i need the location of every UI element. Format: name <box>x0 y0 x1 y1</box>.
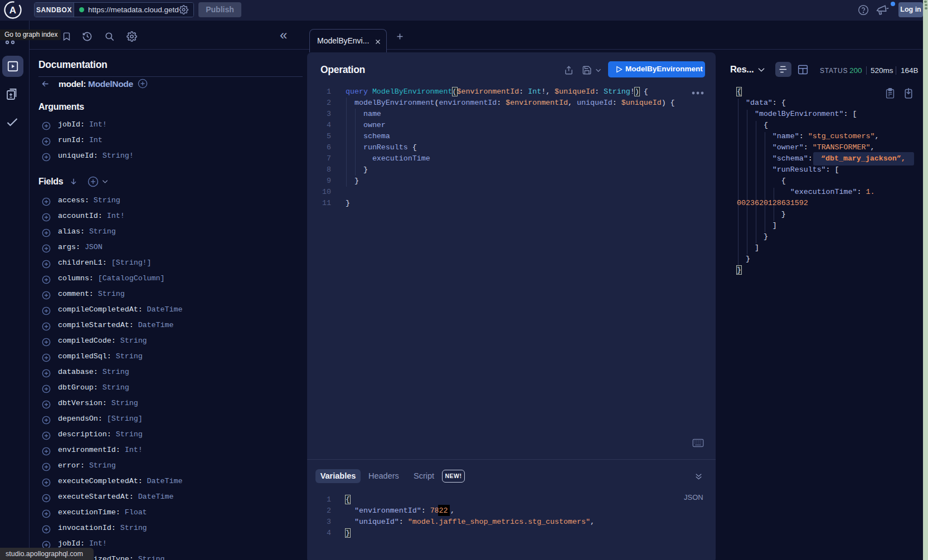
svg-text:A: A <box>9 5 16 16</box>
